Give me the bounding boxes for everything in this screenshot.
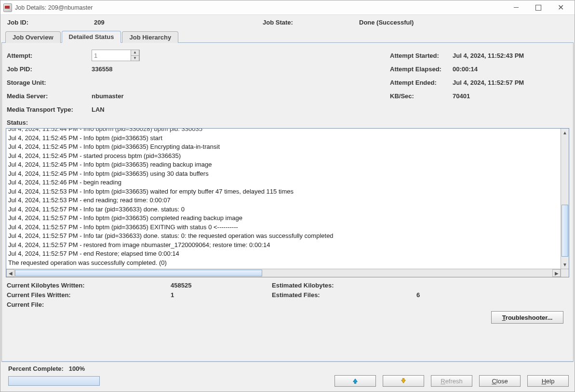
job-state-label: Job State: — [263, 19, 359, 26]
window-close-button[interactable]: ✕ — [549, 0, 572, 15]
estimated-kb-label: Estimated Kilobytes: — [272, 282, 416, 289]
attempt-elapsed-value: 00:00:14 — [453, 65, 478, 73]
log-line: Jul 4, 2024, 11:52:53 PM - end reading; … — [8, 196, 559, 205]
next-button[interactable] — [383, 375, 424, 387]
status-label: Status: — [6, 117, 569, 127]
refresh-button[interactable]: Refresh — [431, 375, 472, 387]
log-line: Jul 4, 2024, 11:52:45 PM - Info bptm (pi… — [8, 170, 559, 179]
attempt-spin-up[interactable]: ▲ — [131, 50, 139, 55]
content: Job ID: 209 Job State: Done (Successful)… — [0, 15, 575, 392]
attempt-ended-label: Attempt Ended: — [390, 79, 453, 86]
job-pid-value: 336558 — [92, 65, 112, 73]
status-log: Jul 4, 2024, 11:52:44 PM - Info bpbrm (p… — [6, 128, 569, 277]
log-line: Jul 4, 2024, 11:52:57 PM - Info tar (pid… — [8, 232, 559, 241]
current-files-label: Current Files Written: — [7, 291, 171, 299]
media-transport-value: LAN — [92, 106, 105, 113]
job-id-label: Job ID: — [7, 19, 94, 26]
status-log-text[interactable]: Jul 4, 2024, 11:52:44 PM - Info bpbrm (p… — [6, 129, 561, 269]
arrow-down-icon — [400, 378, 407, 384]
scroll-h-track[interactable] — [14, 269, 552, 277]
estimated-files-label: Estimated Files: — [272, 291, 416, 299]
log-line: Jul 4, 2024, 11:52:57 PM - end Restore; … — [8, 249, 559, 259]
current-kb-label: Current Kilobytes Written: — [7, 282, 171, 289]
close-button[interactable]: Close — [479, 375, 521, 387]
window-maximize-button[interactable] — [527, 0, 549, 15]
footer: Percent Complete: 100% Refresh Close — [1, 362, 574, 391]
scroll-down-icon[interactable]: ▼ — [561, 261, 569, 269]
prev-button[interactable] — [334, 375, 376, 387]
app-icon — [3, 3, 12, 12]
tab-detailed-status[interactable]: Detailed Status — [62, 31, 121, 43]
tabstrip: Job Overview Detailed Status Job Hierarc… — [1, 30, 574, 42]
current-kb-value: 458525 — [171, 282, 191, 289]
job-header: Job ID: 209 Job State: Done (Successful) — [1, 17, 574, 30]
scroll-track[interactable] — [561, 137, 569, 261]
arrow-up-icon — [352, 378, 359, 384]
log-line: Jul 4, 2024, 11:52:57 PM - restored from… — [8, 241, 559, 250]
job-state-value: Done (Successful) — [359, 19, 414, 26]
help-button[interactable]: Help — [527, 375, 569, 387]
horizontal-scrollbar[interactable]: ◀ ▶ — [6, 269, 569, 277]
scroll-left-icon[interactable]: ◀ — [6, 269, 14, 277]
job-pid-label: Job PID: — [7, 65, 92, 73]
attempt-elapsed-label: Attempt Elapsed: — [390, 65, 453, 73]
log-line: Jul 4, 2024, 11:52:57 PM - Info bptm (pi… — [8, 214, 559, 223]
current-files-value: 1 — [171, 291, 174, 299]
titlebar[interactable]: Job Details: 209@nbumaster ✕ — [0, 0, 575, 15]
summary: Current Kilobytes Written: 458525 Curren… — [6, 277, 569, 310]
log-line: Jul 4, 2024, 11:52:46 PM - begin reading — [8, 178, 559, 187]
log-line: Jul 4, 2024, 11:52:45 PM - started proce… — [8, 152, 559, 161]
percent-complete-value: 100% — [69, 365, 85, 372]
attempt-spin-down[interactable]: ▼ — [131, 55, 139, 62]
attempt-spinbox[interactable]: ▲ ▼ — [92, 50, 140, 61]
job-id-value: 209 — [94, 19, 105, 26]
vertical-scrollbar[interactable]: ▲ ▼ — [561, 129, 569, 269]
attempt-started-label: Attempt Started: — [390, 52, 453, 59]
log-line: Jul 4, 2024, 11:52:45 PM - Info bptm (pi… — [8, 160, 559, 170]
window-minimize-button[interactable] — [505, 0, 527, 15]
log-line: Jul 4, 2024, 11:52:45 PM - Info bptm (pi… — [8, 134, 559, 143]
tab-job-overview[interactable]: Job Overview — [5, 31, 61, 43]
media-server-label: Media Server: — [7, 92, 92, 100]
tab-panel-detailed-status: Attempt: ▲ ▼ Job PID: 336558 — [1, 42, 574, 362]
estimated-files-value: 6 — [416, 291, 420, 299]
scroll-right-icon[interactable]: ▶ — [552, 269, 561, 277]
detail-grid: Attempt: ▲ ▼ Job PID: 336558 — [6, 47, 569, 117]
attempt-input[interactable] — [92, 51, 131, 60]
troubleshooter-label: roubleshooter... — [506, 314, 553, 321]
troubleshooter-button[interactable]: Troubleshooter... — [491, 311, 563, 324]
window: Job Details: 209@nbumaster ✕ Job ID: 209… — [0, 0, 575, 392]
attempt-label: Attempt: — [7, 52, 92, 59]
window-title: Job Details: 209@nbumaster — [15, 4, 93, 11]
attempt-started-value: Jul 4, 2024, 11:52:43 PM — [453, 52, 524, 59]
log-line: Jul 4, 2024, 11:52:45 PM - Info bptm (pi… — [8, 143, 559, 152]
scroll-thumb[interactable] — [562, 205, 568, 257]
current-file-label: Current File: — [7, 301, 171, 308]
attempt-ended-value: Jul 4, 2024, 11:52:57 PM — [453, 79, 524, 86]
kb-sec-value: 70401 — [453, 92, 470, 100]
log-line: Jul 4, 2024, 11:52:44 PM - Info bpbrm (p… — [8, 129, 559, 134]
scroll-up-icon[interactable]: ▲ — [561, 129, 569, 137]
log-line: The requested operation was successfully… — [8, 259, 559, 268]
tab-job-hierarchy[interactable]: Job Hierarchy — [122, 31, 178, 43]
scroll-h-thumb[interactable] — [15, 270, 262, 276]
storage-unit-label: Storage Unit: — [7, 79, 92, 86]
progress-bar — [8, 376, 100, 386]
log-line: Jul 4, 2024, 11:52:57 PM - Info bptm (pi… — [8, 223, 559, 232]
media-server-value: nbumaster — [92, 92, 123, 100]
media-transport-label: Media Transport Type: — [7, 106, 92, 113]
kb-sec-label: KB/Sec: — [390, 92, 453, 100]
log-line: Jul 4, 2024, 11:52:57 PM - Info tar (pid… — [8, 205, 559, 214]
percent-complete-label: Percent Complete: — [8, 365, 64, 372]
log-line: Jul 4, 2024, 11:52:53 PM - Info bptm (pi… — [8, 187, 559, 196]
